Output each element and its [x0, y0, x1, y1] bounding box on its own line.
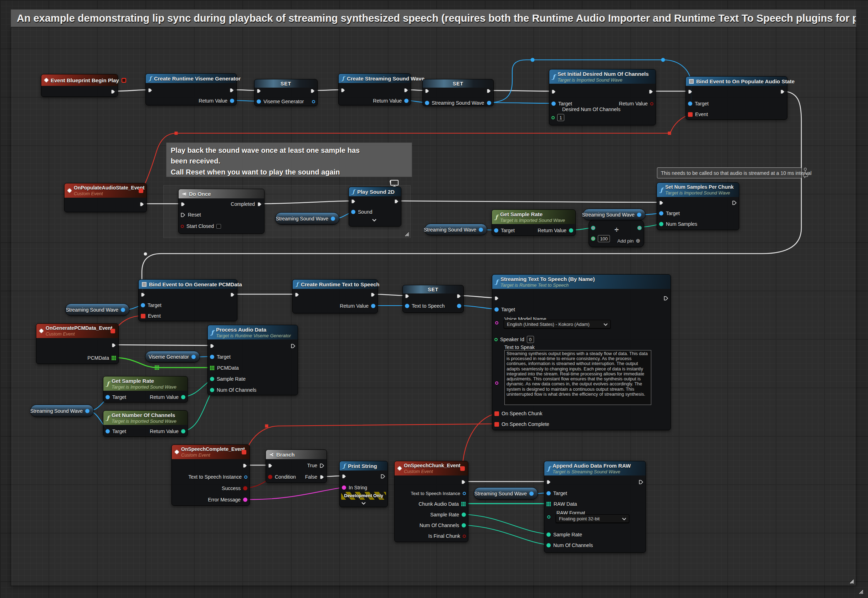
start-closed-checkbox[interactable]	[216, 224, 221, 229]
on-speech-chunk-delegate-pin[interactable]	[495, 411, 499, 416]
exec-out-pin[interactable]	[664, 296, 669, 300]
value-out-pin[interactable]	[121, 308, 125, 312]
node-event-begin-play[interactable]: Event Blueprint Begin Play	[41, 74, 118, 97]
sample-rate-pin[interactable]	[462, 513, 466, 517]
error-message-pin[interactable]	[243, 498, 247, 502]
target-pin[interactable]	[210, 355, 214, 359]
expand-chevron-icon[interactable]	[361, 501, 366, 505]
exec-out-pin[interactable]	[461, 480, 466, 484]
node-process-audio-data[interactable]: ƒ Process Audio DataTarget is Runtime Vi…	[207, 325, 298, 395]
return-value-pin[interactable]	[230, 99, 234, 103]
object-reroute-dot[interactable]	[531, 58, 535, 62]
return-value-pin[interactable]	[650, 102, 654, 105]
node-set-streaming-sound-wave[interactable]: SET Streaming Sound Wave	[423, 79, 494, 106]
start-closed-pin[interactable]	[181, 225, 184, 228]
chunk-audio-array-pin[interactable]	[461, 502, 466, 507]
pcmdata-array-pin[interactable]	[210, 366, 214, 371]
sound-pin[interactable]	[351, 210, 355, 214]
value-out-pin[interactable]	[529, 492, 534, 496]
node-on-speech-complete-event[interactable]: OnSpeechComplete_EventCustom Event Text …	[171, 444, 250, 506]
node-branch[interactable]: Branch True Condition False	[265, 450, 327, 483]
node-on-generate-pcmdata-event[interactable]: OnGeneratePCMData_EventCustom Event PCMD…	[36, 323, 119, 364]
return-value-pin[interactable]	[371, 304, 375, 308]
value-out-pin[interactable]	[479, 227, 483, 232]
voice-model-dropdown[interactable]: English (United States) - Kokoro (Adam)	[504, 320, 611, 328]
return-value-pin[interactable]	[181, 429, 185, 434]
delegate-reroute-dot[interactable]	[265, 425, 268, 428]
num-samples-pin[interactable]	[659, 222, 663, 226]
divide-output-pin[interactable]	[637, 226, 642, 230]
exec-out-pin[interactable]	[732, 200, 737, 205]
on-speech-complete-delegate-pin[interactable]	[495, 422, 499, 427]
value-out-pin[interactable]	[457, 304, 461, 308]
reset-exec-pin[interactable]	[181, 212, 185, 217]
value-out-pin[interactable]	[192, 355, 196, 359]
divide-input-pin[interactable]	[591, 236, 595, 241]
tts-instance-pin[interactable]	[244, 475, 247, 479]
divide-value-input[interactable]: 100	[598, 235, 610, 242]
exec-out-pin[interactable]	[310, 89, 315, 93]
exec-out-pin[interactable]	[487, 89, 491, 93]
exec-out-pin[interactable]	[780, 90, 785, 94]
node-play-sound-2d[interactable]: ƒPlay Sound 2D Sound	[349, 187, 402, 227]
return-value-pin[interactable]	[181, 395, 185, 399]
exec-out-pin[interactable]	[371, 292, 375, 297]
speaker-id-input[interactable]: 0	[527, 336, 534, 343]
speaker-id-pin[interactable]	[495, 338, 498, 341]
exec-out-pin[interactable]	[639, 480, 643, 484]
value-out-pin[interactable]	[331, 217, 335, 221]
sample-rate-pin[interactable]	[210, 377, 214, 381]
node-create-runtime-viseme-generator[interactable]: ƒCreate Runtime Viseme Generator Return …	[145, 73, 237, 105]
true-exec-pin[interactable]	[320, 463, 324, 468]
exec-out-pin[interactable]	[457, 294, 461, 299]
target-pin[interactable]	[141, 303, 145, 307]
in-string-pin[interactable]	[342, 486, 346, 490]
exec-out-pin[interactable]	[243, 463, 247, 468]
raw-format-dropdown[interactable]: Floating point 32-bit	[556, 514, 629, 523]
return-value-pin[interactable]	[404, 99, 409, 103]
desired-num-input[interactable]: 1	[557, 114, 564, 121]
getter-viseme-generator[interactable]: Viseme Generator	[145, 351, 200, 363]
raw-data-array-pin[interactable]	[546, 502, 551, 507]
getter-streaming-sound-wave[interactable]: Streaming Sound Wave	[474, 487, 538, 500]
add-pin-button[interactable]: Add pin⊕	[618, 238, 640, 244]
node-on-populate-audio-state-event[interactable]: OnPopulateAudioState_EventCustom Event	[64, 183, 147, 212]
node-get-sample-rate[interactable]: ƒ Get Sample RateTarget is Imported Soun…	[103, 376, 188, 402]
target-pin[interactable]	[659, 211, 663, 215]
event-delegate-pin[interactable]	[141, 314, 145, 318]
num-of-channels-pin[interactable]	[462, 523, 466, 528]
playback-comment[interactable]: Play back the sound wave once at least o…	[166, 142, 412, 177]
num-of-channels-pin[interactable]	[210, 388, 214, 392]
return-value-pin[interactable]	[569, 228, 573, 233]
text-to-speak-pin[interactable]	[495, 381, 498, 385]
success-pin[interactable]	[243, 486, 247, 490]
exec-out-pin[interactable]	[230, 292, 235, 297]
sub-box-resize-grip[interactable]	[404, 232, 409, 237]
num-of-channels-pin[interactable]	[546, 543, 551, 547]
node-bind-event-on-populate-audio-state[interactable]: Bind Event to On Populate Audio State Ta…	[685, 76, 787, 120]
main-comment-title[interactable]: An example demonstrating lip sync during…	[11, 9, 856, 27]
exec-out-pin[interactable]	[404, 88, 409, 93]
node-bind-event-on-generate-pcmdata[interactable]: Bind Event to On Generate PCMData Target…	[138, 279, 237, 321]
exec-out-pin[interactable]	[381, 474, 385, 479]
getter-streaming-sound-wave[interactable]: Streaming Sound Wave	[30, 405, 94, 417]
delegate-reroute-dot[interactable]	[668, 132, 671, 135]
node-get-sample-rate[interactable]: ƒ Get Sample RateTarget is Imported Soun…	[492, 209, 576, 236]
value-out-pin[interactable]	[312, 100, 315, 103]
node-streaming-text-to-speech[interactable]: ƒ Streaming Text To Speech (By Name)Targ…	[492, 274, 671, 430]
value-out-pin[interactable]	[85, 409, 90, 413]
expand-chevron-icon[interactable]	[372, 218, 377, 222]
exec-out-pin[interactable]	[291, 344, 295, 348]
getter-streaming-sound-wave[interactable]: Streaming Sound Wave	[583, 209, 646, 220]
value-out-pin[interactable]	[487, 101, 491, 105]
target-pin[interactable]	[688, 102, 692, 106]
sample-rate-pin[interactable]	[546, 532, 551, 537]
is-final-chunk-pin[interactable]	[463, 535, 466, 538]
delegate-reroute-dot[interactable]	[175, 132, 178, 135]
value-out-pin[interactable]	[637, 212, 641, 217]
desired-num-pin[interactable]	[552, 116, 555, 119]
node-set-initial-desired-num-of-channels[interactable]: ƒ Set Initial Desired Num Of ChannelsTar…	[549, 69, 656, 126]
node-create-runtime-text-to-speech[interactable]: ƒCreate Runtime Text to Speech Return Va…	[292, 279, 378, 313]
node-set-num-samples-per-chunk[interactable]: ƒ Set Num Samples Per ChunkTarget is Imp…	[657, 182, 739, 230]
node-set-viseme-generator[interactable]: SET Viseme Generator	[254, 79, 318, 106]
